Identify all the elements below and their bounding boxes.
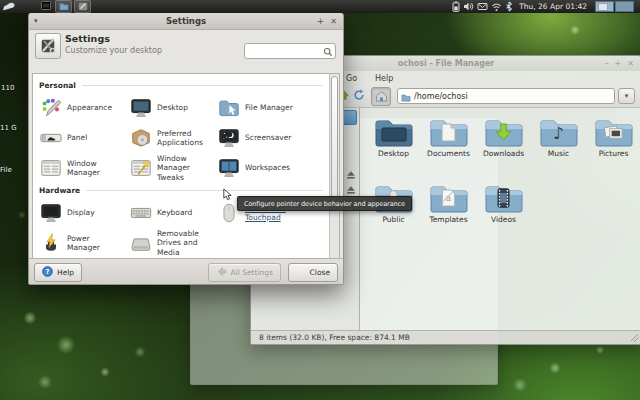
close-button[interactable]: ✕ (624, 56, 637, 71)
settings-item-power-manager[interactable]: Power Manager (33, 228, 123, 258)
settings-item-window-manager[interactable]: Window Manager (33, 153, 123, 183)
workspaces-icon (217, 156, 241, 180)
folder-desktop[interactable]: Desktop (366, 116, 421, 182)
volume-icon[interactable] (463, 1, 474, 12)
file-manager-icon-view[interactable]: DesktopDocumentsDownloads♪MusicPicturesP… (360, 108, 640, 331)
close-button[interactable]: Close (288, 263, 338, 282)
task-button-settings-manager-icon[interactable] (74, 0, 91, 13)
settings-item-window-manager-tweaks[interactable]: Window Manager Tweaks (123, 153, 211, 183)
power-manager-icon (39, 231, 63, 255)
clock[interactable]: Thu, 26 Apr 01:42 (519, 2, 587, 11)
folder-label: Downloads (483, 150, 524, 158)
folder-label: Music (548, 150, 569, 158)
resize-grip[interactable] (631, 334, 639, 342)
folder-templates[interactable]: aTemplates (421, 182, 476, 248)
location-bar[interactable] (397, 88, 615, 104)
all-settings-button[interactable]: All Settings (208, 263, 281, 282)
settings-manager-icon (35, 33, 61, 59)
settings-item-display[interactable]: Display (33, 198, 123, 228)
settings-item-file-manager[interactable]: File Manager (211, 93, 329, 123)
desktop-icon-label[interactable]: 110 (1, 84, 28, 92)
settings-item-keyboard[interactable]: Keyboard (123, 198, 211, 228)
workspace-1[interactable] (595, 1, 614, 12)
desktop-icon (129, 96, 153, 120)
folder-public[interactable]: Public (366, 182, 421, 248)
folder-icon (594, 116, 634, 148)
menu-help[interactable]: Help (373, 73, 395, 84)
settings-subtitle: Customize your desktop (65, 46, 162, 55)
folder-pictures[interactable]: Pictures (586, 116, 640, 182)
settings-item-label: Workspaces (245, 163, 317, 172)
settings-item-label: Window Manager Tweaks (157, 154, 211, 182)
search-icon (323, 42, 333, 61)
help-button[interactable]: ? Help (34, 263, 82, 282)
search-field[interactable] (244, 43, 336, 59)
menu-go[interactable]: Go (344, 73, 359, 84)
settings-footer: ? Help All Settings Close (29, 258, 343, 284)
help-icon: ? (42, 266, 53, 279)
display-icon (39, 201, 63, 225)
network-icon[interactable] (477, 2, 488, 12)
reload-icon (353, 86, 365, 105)
tooltip: Configure pointer device behavior and ap… (237, 196, 412, 211)
folder-downloads[interactable]: Downloads (476, 116, 531, 182)
settings-item-label: Removable Drives and Media (157, 229, 211, 257)
window-manager-tweaks-icon (129, 156, 153, 180)
back-arrow-icon (216, 266, 227, 279)
window-manager-icon (39, 156, 63, 180)
settings-window: ▾ Settings + ✕ Settings Customize your d… (28, 12, 344, 285)
svg-text:a: a (446, 193, 451, 203)
search-input[interactable] (247, 47, 323, 56)
settings-item-removable-drives-and-media[interactable]: Removable Drives and Media (123, 228, 211, 258)
location-dropdown-button[interactable]: ▾ (618, 88, 635, 104)
folder-videos[interactable]: Videos (476, 182, 531, 248)
workspace-2[interactable] (615, 1, 634, 12)
settings-item-screensaver[interactable]: Screensaver (211, 123, 329, 153)
settings-titlebar[interactable]: ▾ Settings + ✕ (29, 13, 343, 30)
folder-documents[interactable]: Documents (421, 116, 476, 182)
folder-label: Documents (427, 150, 470, 158)
task-button-file-manager-icon[interactable] (55, 0, 72, 13)
close-button[interactable]: ✕ (327, 14, 340, 29)
desktop-icon-label[interactable]: 11 G (0, 124, 27, 132)
scrollbar-thumb[interactable] (331, 76, 338, 210)
workspace-pager (595, 1, 634, 12)
settings-item-label: Power Manager (67, 234, 123, 253)
maximize-button[interactable]: + (314, 14, 328, 29)
task-button-app-window-icon[interactable] (38, 0, 53, 11)
file-manager-icon (217, 96, 241, 120)
folder-icon: ♪ (539, 116, 579, 148)
desktop-icon-label[interactable]: File (0, 166, 27, 174)
settings-item-panel[interactable]: Panel (33, 123, 123, 153)
applications-menu-button[interactable] (2, 1, 18, 12)
maximize-button[interactable]: + (612, 56, 625, 71)
reload-button[interactable] (351, 87, 367, 104)
keyboard-icon (129, 201, 153, 225)
close-x-icon (296, 267, 306, 279)
scrollbar[interactable] (329, 74, 339, 258)
bluetooth-icon[interactable] (505, 1, 513, 12)
mouse-cursor (222, 186, 233, 205)
file-manager-statusbar: 8 items (32.0 KB), Free space: 874.1 MB (251, 330, 640, 344)
eject-icon[interactable] (346, 165, 356, 175)
video-emblem-icon (484, 182, 524, 214)
settings-item-preferred-applications[interactable]: Preferred Applications (123, 123, 211, 153)
home-button[interactable] (371, 87, 391, 106)
window-menu-icon[interactable]: ▾ (29, 17, 38, 25)
removable-drives-icon (129, 231, 153, 255)
settings-item-desktop[interactable]: Desktop (123, 93, 211, 123)
settings-item-label: File Manager (245, 103, 317, 112)
battery-icon[interactable] (452, 1, 460, 12)
wifi-icon[interactable] (491, 2, 502, 12)
statusbar-text: 8 items (32.0 KB), Free space: 874.1 MB (259, 333, 410, 342)
folder-icon (484, 116, 524, 148)
minimize-button[interactable]: – (602, 56, 612, 71)
settings-window-title: Settings (29, 16, 343, 26)
folder-music[interactable]: ♪Music (531, 116, 586, 182)
folder-icon (374, 116, 414, 148)
location-input[interactable] (414, 92, 611, 101)
settings-item-appearance[interactable]: Appearance (33, 93, 123, 123)
eject-icon[interactable] (346, 180, 356, 190)
settings-item-workspaces[interactable]: Workspaces (211, 153, 329, 183)
folder-icon: a (429, 182, 469, 214)
